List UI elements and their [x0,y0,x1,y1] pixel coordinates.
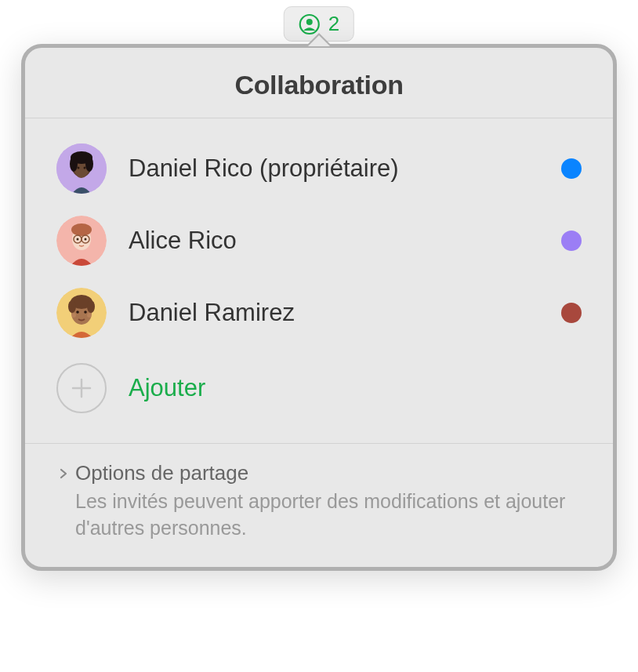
presence-color-dot [561,303,582,323]
svg-point-24 [87,300,95,313]
svg-point-26 [84,311,87,314]
participant-name: Daniel Rico (propriétaire) [129,154,561,183]
chevron-right-icon [56,467,71,481]
avatar [56,216,107,266]
participant-name: Alice Rico [129,227,561,255]
presence-color-dot [561,158,582,179]
svg-point-14 [71,223,92,236]
share-options-title: Options de partage [75,461,248,485]
popover-arrow [308,35,330,46]
avatar [56,288,107,338]
popover-header: Collaboration [25,48,613,118]
svg-point-9 [70,156,78,172]
svg-point-25 [76,311,79,314]
svg-point-23 [68,300,76,313]
svg-point-1 [306,19,313,25]
participant-row[interactable]: Alice Rico [56,205,582,277]
share-options-row[interactable]: Options de partage Les invités peuvent a… [25,443,613,567]
participant-row[interactable]: Daniel Ramirez [56,277,582,349]
svg-point-18 [85,238,87,241]
svg-point-7 [84,167,86,169]
svg-point-17 [77,238,79,241]
participant-row[interactable]: Daniel Rico (propriétaire) [56,133,582,205]
svg-point-10 [85,156,93,172]
add-participant-label: Ajouter [129,374,205,402]
presence-color-dot [561,231,582,251]
avatar [56,143,107,194]
participants-list: Daniel Rico (propriétaire) [25,118,613,443]
svg-point-28 [87,313,92,318]
svg-point-27 [71,313,76,318]
svg-point-6 [78,167,80,169]
share-options-description: Les invités peuvent apporter des modific… [75,489,582,542]
add-participant-button[interactable]: Ajouter [56,349,582,435]
popover-title: Collaboration [41,70,597,100]
plus-icon [56,363,107,413]
collaboration-popover: Collaboration [21,44,617,571]
person-circle-icon [299,13,321,35]
participant-name: Daniel Ramirez [129,299,561,327]
